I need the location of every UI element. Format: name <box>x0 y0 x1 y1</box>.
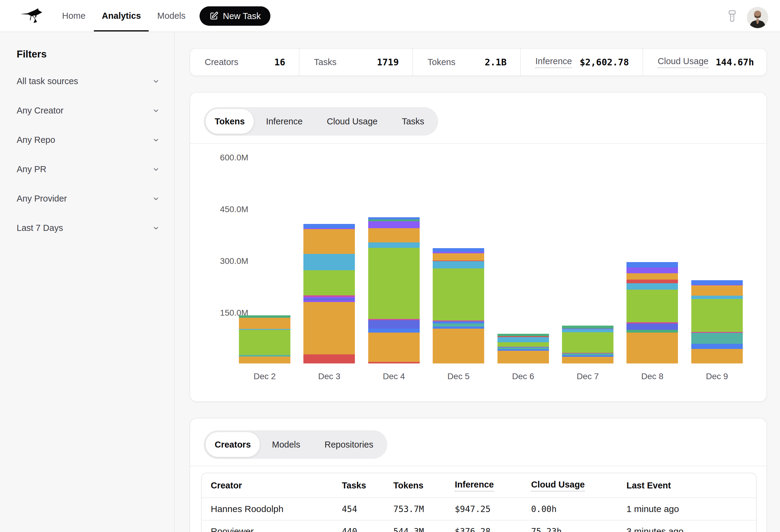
filter-dropdown-all-task-sources[interactable]: All task sources <box>17 66 159 96</box>
stat-label: Tokens <box>428 57 455 67</box>
chart-metric-tabs: TokensInferenceCloud UsageTasks <box>204 107 438 136</box>
breakdown-card: CreatorsModelsRepositories CreatorTasksT… <box>190 418 767 532</box>
main-content: Creators16Tasks1719Tokens2.1BInference$2… <box>175 32 780 532</box>
tab-inference[interactable]: Inference <box>254 109 314 134</box>
y-axis-label: 300.0M <box>190 255 248 267</box>
bar-segment-orange <box>562 357 614 363</box>
tab-label: Creators <box>215 440 251 450</box>
flashlight-icon[interactable] <box>728 10 736 22</box>
cell-tokens: 544.3M <box>393 527 455 532</box>
tab-cloud-usage[interactable]: Cloud Usage <box>314 109 390 134</box>
bar-segment-green <box>691 299 743 332</box>
nav-link-home[interactable]: Home <box>61 0 86 32</box>
filter-dropdown-any-creator[interactable]: Any Creator <box>17 96 159 125</box>
bar-segment-seagreen <box>239 315 290 318</box>
x-axis-label: Dec 5 <box>433 370 484 382</box>
chevron-down-icon <box>152 166 159 173</box>
bar-segment-sky <box>627 283 678 289</box>
chevron-down-icon <box>152 224 159 232</box>
tab-repositories[interactable]: Repositories <box>312 432 385 457</box>
tab-label: Inference <box>266 116 302 126</box>
bar-segment-orange <box>303 229 355 254</box>
stacked-bar-dec-9[interactable] <box>691 280 743 363</box>
bar-segment-red <box>627 280 678 283</box>
column-header-label: Creator <box>211 481 242 490</box>
nav-link-label: Analytics <box>102 11 141 21</box>
filter-dropdown-any-provider[interactable]: Any Provider <box>17 184 159 213</box>
stat-value: 144.67h <box>716 57 754 67</box>
table-body: Hannes Roodolph454753.7M$947.250.00h1 mi… <box>202 497 756 532</box>
bar-segment-orange <box>691 285 743 296</box>
bar-segment-blue <box>691 344 743 349</box>
stat-tokens: Tokens2.1B <box>413 49 521 75</box>
bar-segment-purple <box>303 300 355 302</box>
filter-dropdown-any-repo[interactable]: Any Repo <box>17 125 159 155</box>
y-axis-label: 450.0M <box>190 203 248 215</box>
cell-tokens: 753.7M <box>393 504 455 514</box>
bar-segment-seagreen <box>627 330 678 332</box>
tab-label: Cloud Usage <box>327 116 378 126</box>
bar-segment-seagreen <box>497 334 549 336</box>
bar-segment-blue <box>627 262 678 268</box>
stat-inference: Inference$2,602.78 <box>521 49 643 75</box>
stacked-bar-dec-3[interactable] <box>303 224 355 363</box>
stat-label: Tasks <box>314 57 336 67</box>
table-row-hannes-roodolph[interactable]: Hannes Roodolph454753.7M$947.250.00h1 mi… <box>202 497 756 520</box>
filter-label: Last 7 Days <box>17 223 63 233</box>
tab-tokens[interactable]: Tokens <box>206 109 254 134</box>
chevron-down-icon <box>152 107 159 114</box>
stacked-bar-dec-5[interactable] <box>433 248 484 363</box>
table-row-rooviewer[interactable]: Rooviewer440544.3M$376.2875.23h3 minutes… <box>202 520 756 532</box>
cell-tasks: 440 <box>342 527 393 532</box>
new-task-button[interactable]: New Task <box>200 6 271 26</box>
stacked-bar-dec-7[interactable] <box>562 326 614 363</box>
tab-creators[interactable]: Creators <box>206 432 260 457</box>
bar-segment-orange <box>368 228 420 243</box>
cell-cloud: 75.23h <box>531 527 627 532</box>
stat-tasks: Tasks1719 <box>299 49 413 75</box>
chevron-down-icon <box>152 137 159 144</box>
bar-segment-sky <box>368 243 420 248</box>
bar-segment-purple <box>627 268 678 273</box>
stat-cloud-usage: Cloud Usage144.67h <box>643 49 768 75</box>
nav-link-models[interactable]: Models <box>156 0 186 32</box>
bar-segment-orange <box>368 332 420 362</box>
kangaroo-logo[interactable] <box>19 7 44 25</box>
nav-link-analytics[interactable]: Analytics <box>101 0 141 32</box>
top-navbar: HomeAnalyticsModels New Task <box>0 0 780 32</box>
bar-segment-teal <box>433 323 484 326</box>
stat-label: Inference <box>535 56 572 68</box>
chevron-down-icon <box>152 78 159 85</box>
filter-dropdown-last-7-days[interactable]: Last 7 Days <box>17 213 159 243</box>
chevron-down-icon <box>152 195 159 203</box>
nav-link-label: Models <box>157 11 186 21</box>
bar-segment-green <box>497 342 549 347</box>
bar-segment-green <box>627 289 678 323</box>
bar-segment-blue <box>691 280 743 285</box>
nav-link-label: Home <box>62 11 85 21</box>
table-header-row: CreatorTasksTokensInferenceCloud UsageLa… <box>202 473 756 497</box>
filter-dropdown-any-pr[interactable]: Any PR <box>17 155 159 184</box>
avatar[interactable] <box>747 7 768 28</box>
stacked-bar-dec-2[interactable] <box>239 315 290 363</box>
column-header-label: Inference <box>455 480 494 491</box>
bar-segment-sky <box>691 296 743 299</box>
bar-segment-indigo <box>368 320 420 329</box>
column-header-label: Last Event <box>627 481 671 490</box>
bar-segment-orange <box>627 332 678 363</box>
bar-segment-green <box>433 268 484 320</box>
bar-segment-green <box>562 332 614 353</box>
x-axis-label: Dec 8 <box>627 370 678 382</box>
stacked-bar-dec-4[interactable] <box>368 217 420 363</box>
stat-value: $2,602.78 <box>580 57 629 67</box>
tab-tasks[interactable]: Tasks <box>390 109 436 134</box>
bar-segment-blue <box>368 329 420 332</box>
tab-models[interactable]: Models <box>260 432 312 457</box>
column-header-last-event: Last Event <box>627 481 756 490</box>
bar-segment-sky <box>433 261 484 268</box>
stacked-bar-dec-6[interactable] <box>497 334 549 363</box>
bar-segment-teal <box>691 333 743 344</box>
stat-value: 16 <box>274 57 285 67</box>
stacked-bar-dec-8[interactable] <box>627 262 678 363</box>
bar-segment-teal <box>562 354 614 356</box>
